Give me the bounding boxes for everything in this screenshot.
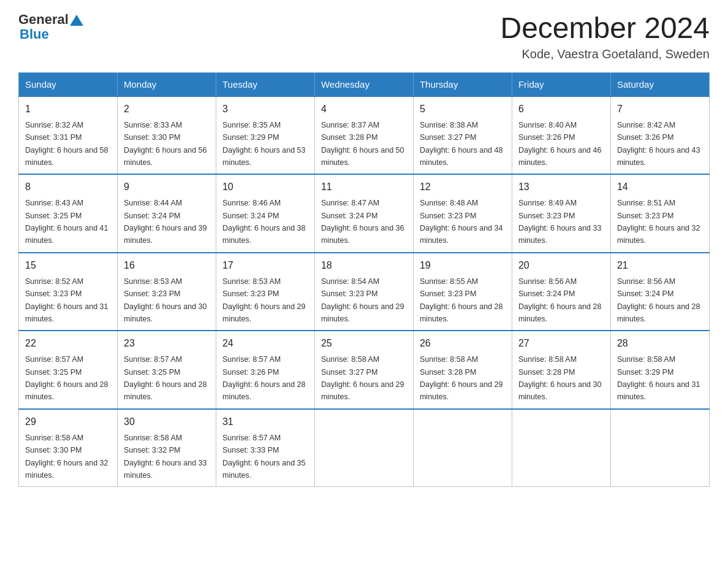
day-number: 16	[124, 258, 210, 273]
day-number: 26	[420, 336, 506, 351]
day-number: 7	[617, 102, 703, 117]
day-info: Sunrise: 8:35 AMSunset: 3:29 PMDaylight:…	[222, 121, 306, 167]
calendar-cell: 22 Sunrise: 8:57 AMSunset: 3:25 PMDaylig…	[19, 331, 118, 409]
col-monday: Monday	[117, 72, 216, 96]
day-number: 4	[321, 102, 407, 117]
logo-triangle-icon	[70, 13, 83, 27]
day-info: Sunrise: 8:56 AMSunset: 3:24 PMDaylight:…	[518, 277, 602, 323]
day-number: 18	[321, 258, 407, 273]
calendar-cell: 20 Sunrise: 8:56 AMSunset: 3:24 PMDaylig…	[512, 253, 610, 331]
calendar-cell: 26 Sunrise: 8:58 AMSunset: 3:28 PMDaylig…	[413, 331, 512, 409]
day-info: Sunrise: 8:58 AMSunset: 3:28 PMDaylight:…	[420, 355, 503, 401]
day-number: 30	[124, 415, 210, 429]
day-number: 5	[420, 102, 506, 117]
calendar-cell: 7 Sunrise: 8:42 AMSunset: 3:26 PMDayligh…	[610, 96, 709, 175]
week-row-1: 1 Sunrise: 8:32 AMSunset: 3:31 PMDayligh…	[19, 96, 710, 175]
calendar-cell: 4 Sunrise: 8:37 AMSunset: 3:28 PMDayligh…	[314, 96, 413, 175]
calendar-cell: 8 Sunrise: 8:43 AMSunset: 3:25 PMDayligh…	[19, 174, 118, 253]
day-info: Sunrise: 8:40 AMSunset: 3:26 PMDaylight:…	[518, 121, 602, 167]
day-info: Sunrise: 8:51 AMSunset: 3:23 PMDaylight:…	[617, 199, 700, 245]
day-number: 25	[321, 336, 407, 351]
day-number: 21	[617, 258, 703, 273]
col-sunday: Sunday	[19, 72, 118, 96]
week-row-2: 8 Sunrise: 8:43 AMSunset: 3:25 PMDayligh…	[19, 174, 710, 253]
day-info: Sunrise: 8:47 AMSunset: 3:24 PMDaylight:…	[321, 199, 404, 245]
day-info: Sunrise: 8:56 AMSunset: 3:24 PMDaylight:…	[617, 277, 700, 323]
calendar-cell: 3 Sunrise: 8:35 AMSunset: 3:29 PMDayligh…	[216, 96, 314, 175]
day-number: 8	[25, 180, 111, 194]
calendar-cell: 12 Sunrise: 8:48 AMSunset: 3:23 PMDaylig…	[413, 174, 512, 253]
day-info: Sunrise: 8:49 AMSunset: 3:23 PMDaylight:…	[518, 199, 602, 245]
col-tuesday: Tuesday	[216, 72, 314, 96]
month-title: December 2024	[500, 12, 710, 45]
day-info: Sunrise: 8:37 AMSunset: 3:28 PMDaylight:…	[321, 121, 404, 167]
day-info: Sunrise: 8:57 AMSunset: 3:25 PMDaylight:…	[124, 355, 207, 401]
col-saturday: Saturday	[610, 72, 709, 96]
day-info: Sunrise: 8:43 AMSunset: 3:25 PMDaylight:…	[25, 199, 108, 245]
page-header: General Blue December 2024 Kode, Vaestra…	[18, 12, 710, 61]
calendar-cell: 5 Sunrise: 8:38 AMSunset: 3:27 PMDayligh…	[413, 96, 512, 175]
day-number: 19	[420, 258, 506, 273]
day-info: Sunrise: 8:33 AMSunset: 3:30 PMDaylight:…	[124, 121, 207, 167]
calendar-cell: 9 Sunrise: 8:44 AMSunset: 3:24 PMDayligh…	[117, 174, 216, 253]
day-info: Sunrise: 8:54 AMSunset: 3:23 PMDaylight:…	[321, 277, 404, 323]
day-number: 11	[321, 180, 407, 194]
day-number: 27	[518, 336, 604, 351]
day-number: 23	[124, 336, 210, 351]
day-info: Sunrise: 8:57 AMSunset: 3:33 PMDaylight:…	[222, 434, 306, 480]
week-row-3: 15 Sunrise: 8:52 AMSunset: 3:23 PMDaylig…	[19, 253, 710, 331]
day-number: 20	[518, 258, 604, 273]
calendar-cell: 23 Sunrise: 8:57 AMSunset: 3:25 PMDaylig…	[117, 331, 216, 409]
logo-text-blue: Blue	[20, 27, 83, 42]
day-number: 14	[617, 180, 703, 194]
day-number: 3	[222, 102, 308, 117]
day-number: 22	[25, 336, 111, 351]
calendar-cell: 13 Sunrise: 8:49 AMSunset: 3:23 PMDaylig…	[512, 174, 610, 253]
day-number: 28	[617, 336, 703, 351]
day-info: Sunrise: 8:32 AMSunset: 3:31 PMDaylight:…	[25, 121, 108, 167]
day-info: Sunrise: 8:58 AMSunset: 3:32 PMDaylight:…	[124, 434, 207, 480]
calendar-table: Sunday Monday Tuesday Wednesday Thursday…	[18, 72, 710, 488]
logo: General Blue	[18, 12, 83, 42]
calendar-cell: 28 Sunrise: 8:58 AMSunset: 3:29 PMDaylig…	[610, 331, 709, 409]
location-title: Kode, Vaestra Goetaland, Sweden	[500, 47, 710, 61]
logo-text-general: General	[18, 12, 69, 27]
calendar-cell: 19 Sunrise: 8:55 AMSunset: 3:23 PMDaylig…	[413, 253, 512, 331]
day-number: 15	[25, 258, 111, 273]
col-friday: Friday	[512, 72, 610, 96]
day-info: Sunrise: 8:48 AMSunset: 3:23 PMDaylight:…	[420, 199, 503, 245]
calendar-cell: 29 Sunrise: 8:58 AMSunset: 3:30 PMDaylig…	[19, 409, 118, 487]
day-info: Sunrise: 8:44 AMSunset: 3:24 PMDaylight:…	[124, 199, 207, 245]
calendar-cell: 27 Sunrise: 8:58 AMSunset: 3:28 PMDaylig…	[512, 331, 610, 409]
calendar-cell	[512, 409, 610, 487]
calendar-cell: 15 Sunrise: 8:52 AMSunset: 3:23 PMDaylig…	[19, 253, 118, 331]
calendar-cell: 21 Sunrise: 8:56 AMSunset: 3:24 PMDaylig…	[610, 253, 709, 331]
day-number: 6	[518, 102, 604, 117]
day-number: 29	[25, 415, 111, 429]
calendar-cell: 31 Sunrise: 8:57 AMSunset: 3:33 PMDaylig…	[216, 409, 314, 487]
calendar-cell: 18 Sunrise: 8:54 AMSunset: 3:23 PMDaylig…	[314, 253, 413, 331]
day-info: Sunrise: 8:58 AMSunset: 3:27 PMDaylight:…	[321, 355, 404, 401]
day-info: Sunrise: 8:57 AMSunset: 3:25 PMDaylight:…	[25, 355, 108, 401]
day-info: Sunrise: 8:57 AMSunset: 3:26 PMDaylight:…	[222, 355, 306, 401]
day-info: Sunrise: 8:42 AMSunset: 3:26 PMDaylight:…	[617, 121, 700, 167]
day-info: Sunrise: 8:58 AMSunset: 3:30 PMDaylight:…	[25, 434, 108, 480]
col-thursday: Thursday	[413, 72, 512, 96]
calendar-cell: 6 Sunrise: 8:40 AMSunset: 3:26 PMDayligh…	[512, 96, 610, 175]
calendar-cell: 24 Sunrise: 8:57 AMSunset: 3:26 PMDaylig…	[216, 331, 314, 409]
calendar-cell	[314, 409, 413, 487]
day-number: 24	[222, 336, 308, 351]
calendar-cell	[610, 409, 709, 487]
calendar-cell: 1 Sunrise: 8:32 AMSunset: 3:31 PMDayligh…	[19, 96, 118, 175]
day-info: Sunrise: 8:55 AMSunset: 3:23 PMDaylight:…	[420, 277, 503, 323]
day-info: Sunrise: 8:52 AMSunset: 3:23 PMDaylight:…	[25, 277, 108, 323]
day-number: 10	[222, 180, 308, 194]
day-number: 2	[124, 102, 210, 117]
header-row: Sunday Monday Tuesday Wednesday Thursday…	[19, 72, 710, 96]
day-info: Sunrise: 8:53 AMSunset: 3:23 PMDaylight:…	[124, 277, 207, 323]
week-row-4: 22 Sunrise: 8:57 AMSunset: 3:25 PMDaylig…	[19, 331, 710, 409]
day-number: 13	[518, 180, 604, 194]
day-number: 31	[222, 415, 308, 429]
calendar-cell: 11 Sunrise: 8:47 AMSunset: 3:24 PMDaylig…	[314, 174, 413, 253]
day-number: 12	[420, 180, 506, 194]
